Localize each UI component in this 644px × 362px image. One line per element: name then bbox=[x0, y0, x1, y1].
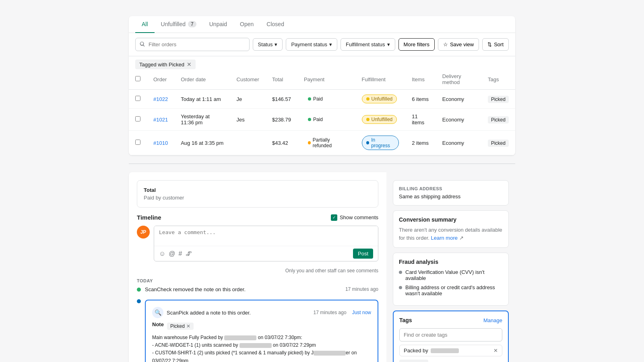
order-detail-main: Total Paid by customer Timeline ✓ Show c… bbox=[129, 172, 386, 362]
tags-header: Tags Manage bbox=[399, 317, 502, 323]
timeline-section: Timeline ✓ Show comments JP ☺ @ # bbox=[137, 214, 378, 362]
fraud-card: Fraud analysis Card Verification Value (… bbox=[393, 253, 509, 306]
payment-badge: Paid bbox=[304, 115, 327, 123]
filter-tag-picked: Tagged with Picked ✕ bbox=[135, 60, 196, 69]
billing-label: BILLING ADDRESS bbox=[399, 186, 503, 191]
note-header: 🔍 ScanPick added a note to this order. 1… bbox=[152, 307, 371, 318]
packed-by-remove[interactable]: ✕ bbox=[493, 348, 498, 354]
order-detail-section: Total Paid by customer Timeline ✓ Show c… bbox=[129, 172, 515, 362]
items-count: 2 items bbox=[405, 131, 436, 155]
col-order-date: Order date bbox=[174, 69, 230, 90]
note-tag-pill: Picked ✕ bbox=[167, 323, 194, 330]
customer-name bbox=[230, 131, 266, 155]
tab-all[interactable]: All bbox=[135, 16, 155, 33]
order-number-link[interactable]: #1010 bbox=[153, 140, 168, 146]
tab-unpaid[interactable]: Unpaid bbox=[203, 16, 233, 33]
comment-input[interactable] bbox=[154, 226, 378, 245]
post-button[interactable]: Post bbox=[353, 249, 373, 259]
show-comments-checkbox[interactable]: ✓ bbox=[331, 214, 337, 221]
active-tags: Picked ✕ bbox=[399, 360, 502, 362]
col-total: Total bbox=[266, 69, 297, 90]
tags-title: Tags bbox=[399, 317, 412, 323]
order-date: Aug 16 at 3:35 pm bbox=[174, 131, 230, 155]
timeline-dot-green bbox=[137, 288, 141, 292]
hashtag-icon[interactable]: # bbox=[179, 250, 182, 257]
emoji-icon[interactable]: ☺ bbox=[159, 250, 165, 257]
orders-section: All Unfulfilled 7 Unpaid Open Closed bbox=[129, 16, 515, 155]
fraud-item-cvv: Card Verification Value (CVV) isn't avai… bbox=[399, 269, 503, 281]
col-order: Order bbox=[147, 69, 174, 90]
tab-closed[interactable]: Closed bbox=[260, 16, 291, 33]
fulfillment-status: In progress bbox=[355, 131, 406, 155]
comment-hint: Only you and other staff can see comment… bbox=[137, 268, 378, 274]
comment-box: JP ☺ @ # 🖇 Post bbox=[137, 226, 378, 261]
active-filters: Tagged with Picked ✕ bbox=[129, 56, 515, 69]
status-filter-button[interactable]: Status ▾ bbox=[253, 38, 283, 51]
more-filters-button[interactable]: More filters bbox=[398, 38, 435, 51]
chevron-down-icon: ▾ bbox=[387, 41, 390, 47]
order-total: $43.42 bbox=[266, 131, 297, 155]
learn-more-link[interactable]: Learn more bbox=[431, 235, 458, 241]
comment-input-area: ☺ @ # 🖇 Post bbox=[154, 226, 378, 261]
orders-table: Order Order date Customer Total Payment … bbox=[129, 69, 515, 155]
star-icon: ☆ bbox=[443, 41, 448, 47]
note-tag-remove[interactable]: ✕ bbox=[186, 323, 190, 329]
items-count: 11 items bbox=[405, 109, 436, 131]
order-date: Yesterday at 11:36 pm bbox=[174, 109, 230, 131]
search-icon bbox=[140, 41, 145, 48]
remove-filter-picked[interactable]: ✕ bbox=[187, 61, 192, 68]
order-date: Today at 1:11 am bbox=[174, 90, 230, 109]
note-time: 17 minutes ago bbox=[314, 310, 347, 315]
tab-open[interactable]: Open bbox=[233, 16, 260, 33]
customer-name: Jes bbox=[230, 109, 266, 131]
order-number-link[interactable]: #1021 bbox=[153, 117, 168, 123]
delivery-method: Economy bbox=[436, 131, 481, 155]
note-card: 🔍 ScanPick added a note to this order. 1… bbox=[145, 300, 378, 362]
note-body: Main warehouse Fully Packed by XXXXXXXXX… bbox=[152, 334, 371, 362]
tags-search-input[interactable] bbox=[399, 328, 502, 341]
save-view-button[interactable]: ☆ Save view bbox=[438, 38, 479, 51]
row-checkbox[interactable] bbox=[135, 140, 140, 145]
tag-picked: Picked ✕ bbox=[399, 360, 428, 362]
select-all-checkbox[interactable] bbox=[135, 76, 140, 81]
attachment-icon[interactable]: 🖇 bbox=[186, 250, 192, 257]
order-total: $238.79 bbox=[266, 109, 297, 131]
fulfillment-badge: Unfulfilled bbox=[362, 115, 397, 124]
order-tags: Picked bbox=[481, 131, 515, 155]
manage-tags-link[interactable]: Manage bbox=[483, 317, 502, 323]
fulfillment-status-filter-button[interactable]: Fulfillment status ▾ bbox=[341, 38, 395, 51]
payment-badge: Paid bbox=[304, 95, 327, 103]
mention-icon[interactable]: @ bbox=[169, 250, 175, 257]
conversion-body: There aren't any conversion details avai… bbox=[399, 226, 503, 242]
timeline-title: Timeline bbox=[137, 214, 161, 221]
search-input[interactable] bbox=[149, 41, 245, 47]
packed-by-tag: Packed by XXXXXXXX ✕ bbox=[399, 345, 502, 356]
scanpick-avatar: 🔍 bbox=[152, 307, 163, 318]
show-comments-toggle[interactable]: ✓ Show comments bbox=[331, 214, 378, 221]
order-tags: Picked bbox=[481, 109, 515, 131]
order-total: $146.57 bbox=[266, 90, 297, 109]
fulfillment-status: Unfulfilled bbox=[355, 90, 406, 109]
order-number-link[interactable]: #1022 bbox=[153, 96, 168, 102]
sort-button[interactable]: ⇅ Sort bbox=[482, 38, 509, 51]
timeline-dot-note bbox=[137, 299, 141, 303]
timeline-item: ScanCheck removed the note on this order… bbox=[137, 286, 378, 292]
col-fulfillment: Fulfillment bbox=[355, 69, 406, 90]
tab-unfulfilled[interactable]: Unfulfilled 7 bbox=[155, 16, 203, 33]
billing-value: Same as shipping address bbox=[399, 193, 503, 200]
conversion-title: Conversion summary bbox=[399, 216, 503, 223]
row-checkbox[interactable] bbox=[135, 96, 140, 101]
timeline-today: TODAY bbox=[137, 278, 378, 283]
timeline-event-time: 17 minutes ago bbox=[345, 286, 378, 292]
delivery-method: Economy bbox=[436, 109, 481, 131]
fulfillment-badge: In progress bbox=[362, 136, 399, 150]
search-container[interactable] bbox=[135, 38, 250, 51]
avatar: JP bbox=[137, 226, 150, 239]
row-checkbox[interactable] bbox=[135, 116, 140, 121]
orders-toolbar: Status ▾ Payment status ▾ Fulfillment st… bbox=[129, 33, 515, 56]
payment-status-filter-button[interactable]: Payment status ▾ bbox=[286, 38, 337, 51]
billing-address-card: BILLING ADDRESS Same as shipping address bbox=[393, 180, 509, 206]
order-tags: Picked bbox=[481, 90, 515, 109]
col-customer: Customer bbox=[230, 69, 266, 90]
show-comments-label: Show comments bbox=[340, 214, 378, 220]
